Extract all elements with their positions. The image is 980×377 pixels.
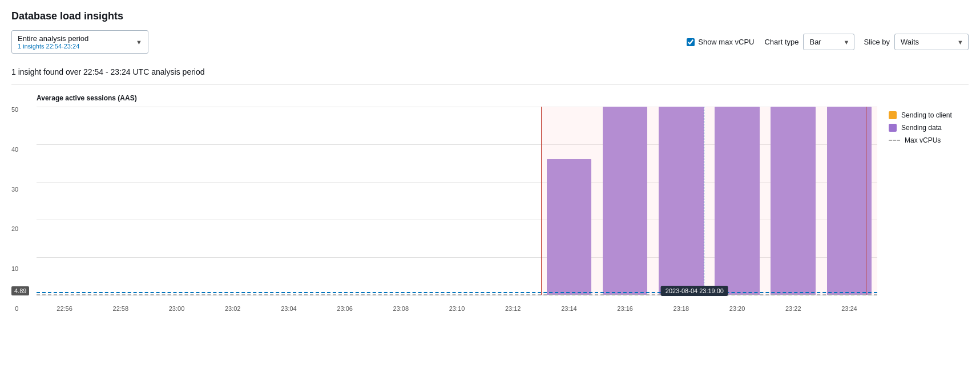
y-label-20: 20: [11, 226, 18, 232]
x-label: 23:02: [205, 305, 261, 312]
chart-type-chevron-icon: ▼: [844, 39, 850, 46]
x-label: 23:20: [709, 305, 765, 312]
legend-swatch-dashed: [889, 140, 900, 141]
show-max-vcpu-label: Show max vCPU: [698, 38, 754, 46]
bar-group: [429, 107, 485, 295]
bar-group: [92, 107, 148, 295]
bar-group: [205, 107, 261, 295]
tooltip-box: 2023-08-04 23:19:00: [661, 286, 728, 296]
x-label: 23:14: [541, 305, 597, 312]
x-label: 23:18: [653, 305, 709, 312]
y-label-50: 50: [11, 107, 18, 113]
legend-swatch: [889, 124, 897, 132]
slice-by-chevron-icon: ▼: [957, 39, 963, 46]
legend-item: Sending to client: [889, 111, 969, 119]
chart-container: Average active sessions (AAS) 50 40 30 2…: [11, 94, 969, 312]
bar-group: [317, 107, 373, 295]
legend-area: Sending to clientSending dataMax vCPUs: [877, 94, 969, 144]
chart-title: Average active sessions (AAS): [37, 94, 877, 102]
bars-area: [37, 107, 877, 295]
period-select[interactable]: Entire analysis period 1 insights 22:54-…: [11, 30, 148, 54]
legend-swatch: [889, 111, 897, 119]
x-label: 23:12: [485, 305, 541, 312]
x-label: 23:16: [597, 305, 653, 312]
legend-item: Sending data: [889, 124, 969, 132]
x-label: 23:10: [429, 305, 485, 312]
legend-label: Max vCPUs: [905, 136, 941, 144]
bar-group: [485, 107, 541, 295]
chart-type-label: Chart type: [764, 38, 798, 46]
legend-label: Sending to client: [901, 111, 952, 119]
legend-item: Max vCPUs: [889, 136, 969, 144]
x-label: 23:22: [765, 305, 821, 312]
y-label-0: 0: [15, 306, 18, 312]
slice-by-select[interactable]: Waits ▼: [894, 34, 969, 50]
x-label: 23:00: [148, 305, 204, 312]
x-label: 23:06: [317, 305, 373, 312]
show-max-vcpu-checkbox[interactable]: [687, 38, 695, 46]
aas-value-label: 4.89: [11, 286, 29, 295]
chart-inner: 50 40 30 20 10 0 4.89: [37, 107, 877, 312]
page: Database load insights Entire analysis p…: [0, 0, 980, 377]
show-max-vcpu-group: Show max vCPU: [687, 38, 754, 46]
bar-group: [37, 107, 92, 295]
max-vcpu-gray-line: [37, 294, 877, 295]
insight-start-line: [541, 107, 542, 295]
insight-summary: 1 insight found over 22:54 - 23:24 UTC a…: [11, 62, 969, 85]
legend-label: Sending data: [901, 124, 942, 132]
y-label-30: 30: [11, 187, 18, 193]
highlight-region: [541, 107, 877, 295]
slice-by-value: Waits: [901, 38, 919, 46]
x-axis: 22:5622:5823:0023:0223:0423:0623:0823:10…: [37, 295, 877, 312]
chart-type-select[interactable]: Bar ▼: [803, 34, 854, 50]
chart-area: Average active sessions (AAS) 50 40 30 2…: [11, 94, 877, 312]
selected-time-line: [704, 107, 704, 295]
y-axis: 50 40 30 20 10 0: [11, 107, 22, 312]
y-label-40: 40: [11, 147, 18, 153]
bar-group: [148, 107, 204, 295]
bar-group: [373, 107, 429, 295]
x-label: 23:04: [261, 305, 317, 312]
chart-type-value: Bar: [809, 38, 821, 46]
slice-by-label: Slice by: [864, 38, 890, 46]
max-vcpu-blue-line: [37, 292, 877, 293]
insight-end-line: [866, 107, 866, 295]
period-sub-label: 1 insights 22:54-23:24: [18, 43, 127, 50]
controls-row: Entire analysis period 1 insights 22:54-…: [11, 30, 969, 54]
y-label-10: 10: [11, 266, 18, 272]
period-chevron-icon: ▼: [136, 39, 142, 46]
x-label: 22:56: [37, 305, 92, 312]
page-title: Database load insights: [11, 10, 969, 22]
x-label: 23:08: [373, 305, 429, 312]
bar-group: [261, 107, 317, 295]
x-label: 22:58: [92, 305, 148, 312]
period-main-label: Entire analysis period: [18, 34, 127, 43]
x-label: 23:24: [821, 305, 877, 312]
